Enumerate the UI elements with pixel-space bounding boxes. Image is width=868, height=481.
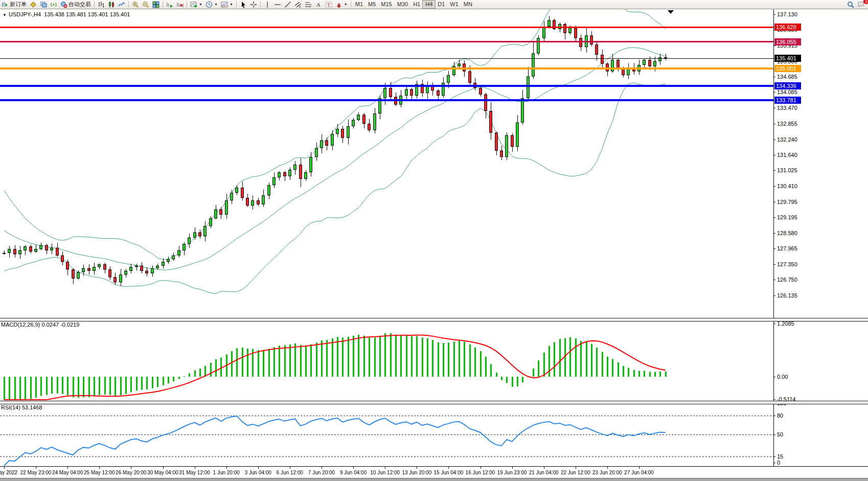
timeframe-d1-button[interactable]: D1 <box>435 1 447 8</box>
price-tick-mark <box>773 14 775 15</box>
rsi-tick-label: 80 <box>777 413 783 419</box>
crosshair-icon <box>250 1 257 8</box>
text-button[interactable]: A <box>313 1 324 8</box>
timeframe-m30-button[interactable]: M30 <box>395 1 410 8</box>
chart-area[interactable]: ▼USDJPY-,H4 135.438 135.481 135.401 135.… <box>0 9 868 481</box>
macd-label: MACD(12,26,9) 0.0247 -0.0219 <box>1 322 79 328</box>
price-tick-label: 134.685 <box>777 74 797 80</box>
texta-icon: A <box>315 1 322 8</box>
rsi-tick-mark <box>773 456 775 457</box>
macd-canvas[interactable] <box>0 320 773 401</box>
vertical-line-button[interactable] <box>262 1 272 8</box>
time-tick-mark <box>607 467 608 469</box>
timeframe-w1-button[interactable]: W1 <box>447 1 461 8</box>
textt-icon: T <box>325 1 332 8</box>
bar-chart-button[interactable] <box>96 1 106 8</box>
zoom-out-button[interactable] <box>141 1 151 8</box>
svg-text:F: F <box>310 5 311 8</box>
support-line-2[interactable] <box>0 99 773 101</box>
trendline-button[interactable] <box>283 1 293 8</box>
rsi-canvas[interactable] <box>0 403 773 466</box>
timeframe-m15-button[interactable]: M15 <box>378 1 394 8</box>
pane-splitter-macd[interactable] <box>0 318 868 322</box>
svg-text:E: E <box>299 5 301 8</box>
price-tick-mark <box>773 77 775 77</box>
equidistant-channel-button[interactable]: E <box>293 1 303 8</box>
text-label-button[interactable]: T <box>324 1 334 8</box>
time-label: 16 Jun 12:00 <box>466 470 495 475</box>
price-tick-mark <box>773 170 775 171</box>
tile-windows-button[interactable] <box>151 1 161 8</box>
chart-shift-button[interactable] <box>175 1 185 8</box>
horizontal-line-button[interactable] <box>272 1 283 8</box>
fibonacci-button[interactable]: F <box>303 1 313 8</box>
time-label: 6 Jun 12:00 <box>277 470 303 475</box>
timeframe-h1-button[interactable]: H1 <box>410 1 423 8</box>
macd-tick-mark <box>773 377 775 377</box>
toolbar-right: 1 <box>846 1 868 8</box>
templates-button[interactable]: ▼ <box>219 1 235 8</box>
price-badge: 134.336 <box>774 82 801 89</box>
caret-down-icon: ▼ <box>344 3 348 6</box>
price-tick-label: 126.135 <box>777 292 797 299</box>
support-line-1[interactable] <box>0 85 773 87</box>
pane-splitter-rsi[interactable] <box>0 401 868 404</box>
bottom-strip <box>0 478 868 481</box>
toolbar-separator <box>187 1 187 8</box>
time-label: 9 May 2022 <box>0 470 17 475</box>
arrows-button[interactable]: ▼ <box>334 1 349 8</box>
caret-down-icon: ▼ <box>214 3 218 6</box>
signals-button[interactable] <box>49 1 59 8</box>
time-label: 15 Jun 04:00 <box>433 470 463 475</box>
periods-button[interactable]: ▼ <box>204 1 219 8</box>
price-tick-mark <box>773 140 775 140</box>
resistance-line-2[interactable] <box>0 41 773 42</box>
time-axis[interactable]: 9 May 202222 May 23:0024 May 04:0025 May… <box>0 466 868 478</box>
crosshair-button[interactable] <box>248 1 259 8</box>
rsi-tick-label: 50 <box>777 431 783 438</box>
indicators-button[interactable]: ▼ <box>189 1 204 8</box>
profiles-button[interactable] <box>28 1 38 8</box>
time-label: 7 Jun 20:00 <box>308 470 335 475</box>
price-tick-label: 130.410 <box>777 183 797 189</box>
time-label: 1 Jun 20:00 <box>213 470 240 475</box>
price-badge: 135.401 <box>774 55 801 62</box>
symbol-period-label: USDJPY-,H4 <box>9 11 41 17</box>
new-order-button[interactable]: 新订单 <box>0 1 28 8</box>
time-tick-mark <box>36 467 36 469</box>
time-label: 13 Jun 20:00 <box>402 470 431 475</box>
market-watch-button[interactable] <box>38 1 49 8</box>
toolbar-separator <box>94 1 95 8</box>
zoom-in-button[interactable] <box>130 1 141 8</box>
price-chart-canvas[interactable] <box>0 9 773 318</box>
rsi-tick-label: 0 <box>777 460 780 466</box>
line-chart-button[interactable] <box>117 1 127 8</box>
timeframe-h4-button[interactable]: H4 <box>423 1 435 8</box>
pivot-line[interactable] <box>0 67 773 70</box>
search-icon[interactable] <box>846 1 856 8</box>
timeframe-mn-button[interactable]: MN <box>461 1 475 8</box>
price-tick-mark <box>773 295 775 296</box>
price-tick-label: 131.640 <box>777 152 797 158</box>
cursor-button[interactable] <box>238 1 248 8</box>
price-tick-label: 132.240 <box>777 136 797 143</box>
time-tick-mark <box>417 467 417 469</box>
time-label: 31 May 12:00 <box>179 470 210 475</box>
candlestick-chart-button[interactable] <box>106 1 117 8</box>
svg-text:T: T <box>327 2 330 8</box>
timeframe-m1-button[interactable]: M1 <box>353 1 366 8</box>
notifications-icon[interactable]: 1 <box>856 1 866 8</box>
timeframe-m5-button[interactable]: M5 <box>366 1 378 8</box>
time-tick-mark <box>195 467 195 469</box>
toolbar-separator <box>260 1 261 8</box>
resistance-line-1[interactable] <box>0 27 773 28</box>
symbol-ohlc-line: ▼USDJPY-,H4 135.438 135.481 135.401 135.… <box>3 11 130 17</box>
toolbar-separator <box>236 1 237 8</box>
auto-scroll-button[interactable] <box>165 1 175 8</box>
svg-text:A: A <box>316 2 321 8</box>
autotrading-button[interactable]: 自动交易 <box>59 1 93 8</box>
chart-shift-marker[interactable] <box>668 10 674 14</box>
chevron-down-icon[interactable]: ▼ <box>3 13 7 17</box>
toolbar-separator <box>128 1 129 8</box>
toolbar-separator <box>351 1 351 8</box>
